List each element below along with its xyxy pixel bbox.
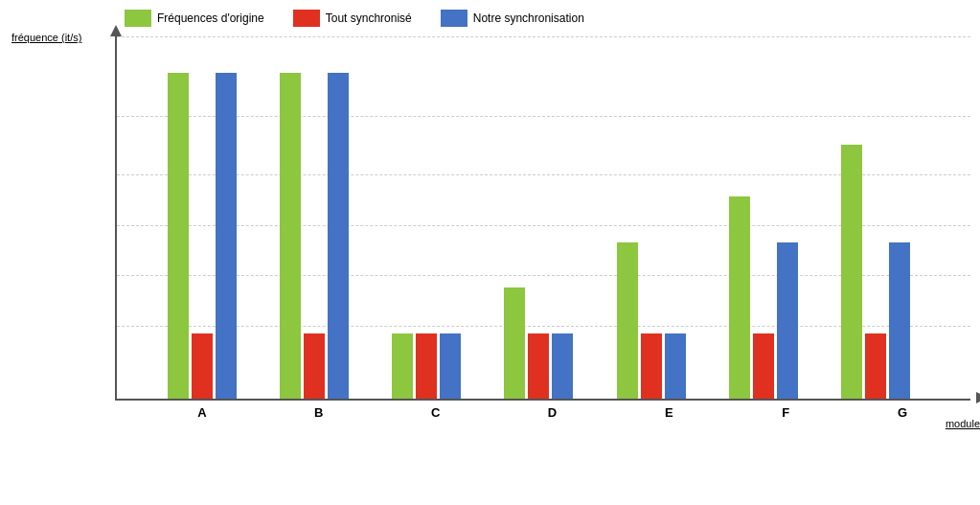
bar-green: [392, 333, 413, 399]
legend-item-blue: Notre synchronisation: [441, 10, 584, 27]
x-axis-arrow: [976, 392, 980, 403]
x-axis-title: module: [946, 418, 980, 429]
bar-red: [865, 333, 886, 399]
x-label: D: [494, 405, 611, 420]
module-group: [820, 145, 932, 399]
grid-bars: [115, 36, 970, 401]
bar-blue: [665, 333, 686, 399]
bar-blue: [777, 242, 798, 399]
legend-box-red: [293, 10, 320, 27]
legend: Fréquences d'origine Tout synchronisé No…: [125, 10, 970, 27]
x-label: E: [610, 405, 727, 420]
bar-blue: [889, 242, 910, 399]
module-group: [371, 333, 483, 399]
legend-item-green: Fréquences d'origine: [125, 10, 264, 27]
y-axis-arrow: [110, 25, 122, 36]
x-label: B: [261, 405, 377, 420]
bar-green: [280, 73, 301, 399]
bar-blue: [328, 73, 349, 399]
x-label: A: [144, 405, 261, 420]
x-label: C: [377, 405, 494, 420]
module-group: [258, 73, 370, 399]
bar-blue: [216, 73, 237, 399]
chart-container: Fréquences d'origine Tout synchronisé No…: [0, 0, 980, 505]
module-group: [595, 242, 707, 399]
chart-area: fréquence (it/s) fréquence A ou fréquenc…: [115, 36, 970, 401]
bar-green: [617, 242, 638, 399]
module-group: [146, 73, 258, 399]
bar-red: [753, 333, 774, 399]
bar-blue: [552, 333, 573, 399]
module-group: [707, 196, 819, 399]
bars-row: [117, 36, 942, 399]
x-label: G: [844, 405, 961, 420]
legend-label-blue: Notre synchronisation: [473, 11, 584, 25]
legend-box-blue: [441, 10, 467, 27]
bar-green: [168, 73, 189, 399]
bar-green: [504, 287, 525, 399]
bar-green: [841, 145, 862, 399]
legend-label-green: Fréquences d'origine: [157, 11, 264, 25]
bar-red: [192, 333, 213, 399]
bar-red: [416, 333, 437, 399]
bar-red: [641, 333, 662, 399]
legend-label-red: Tout synchronisé: [326, 11, 412, 25]
y-axis-title: fréquence (it/s): [11, 32, 81, 43]
x-label: F: [727, 405, 844, 420]
bar-red: [528, 333, 549, 399]
module-group: [483, 287, 595, 399]
legend-box-green: [125, 10, 151, 27]
bar-green: [729, 196, 750, 399]
x-axis-labels: ABCDEFG: [115, 405, 970, 420]
bar-blue: [440, 333, 461, 399]
legend-item-red: Tout synchronisé: [293, 10, 412, 27]
bar-red: [304, 333, 325, 399]
